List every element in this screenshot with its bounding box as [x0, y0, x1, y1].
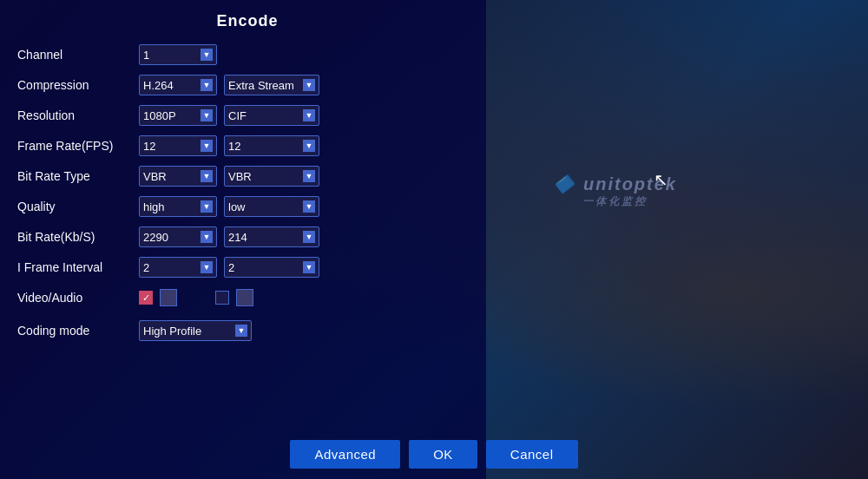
resolution-row: Resolution 1080P ▼ CIF ▼	[17, 103, 477, 128]
bitrate-main-select[interactable]: 2290 ▼	[139, 226, 217, 247]
codingmode-row: Coding mode High Profile ▼	[17, 318, 477, 343]
quality-label: Quality	[17, 200, 139, 213]
encode-dialog: Encode Channel 1 ▼ Compression H.264 ▼ E…	[0, 0, 495, 479]
bitratetype-main-select[interactable]: VBR ▼	[139, 166, 217, 187]
iframe-main-select[interactable]: 2 ▼	[139, 257, 217, 278]
framerate-extra-value: 12	[228, 140, 240, 153]
bitrate-main-arrow-icon: ▼	[201, 231, 213, 243]
resolution-main-arrow-icon: ▼	[201, 109, 213, 121]
framerate-extra-arrow-icon: ▼	[303, 140, 315, 152]
channel-controls: 1 ▼	[139, 44, 217, 65]
quality-main-arrow-icon: ▼	[201, 200, 213, 213]
bitrate-label: Bit Rate(Kb/S)	[17, 230, 139, 244]
ok-button[interactable]: OK	[409, 440, 477, 469]
compression-row: Compression H.264 ▼ Extra Stream ▼	[17, 73, 477, 97]
resolution-extra-select[interactable]: CIF ▼	[224, 105, 319, 126]
dialog-title: Encode	[17, 9, 477, 30]
resolution-main-value: 1080P	[143, 109, 176, 122]
bitrate-extra-value: 214	[228, 231, 247, 244]
extra-video-checkbox[interactable]	[215, 291, 229, 305]
resolution-main-select[interactable]: 1080P ▼	[139, 105, 217, 126]
resolution-extra-value: CIF	[228, 109, 247, 122]
resolution-controls: 1080P ▼ CIF ▼	[139, 105, 319, 126]
compression-extra-value: Extra Stream	[228, 79, 294, 92]
framerate-main-arrow-icon: ▼	[201, 140, 213, 152]
framerate-extra-select[interactable]: 12 ▼	[224, 135, 319, 156]
quality-row: Quality high ▼ low ▼	[17, 194, 477, 219]
codingmode-select[interactable]: High Profile ▼	[139, 320, 252, 341]
cancel-button[interactable]: Cancel	[486, 440, 578, 469]
iframe-main-arrow-icon: ▼	[201, 261, 213, 273]
extra-checkboxes	[215, 289, 253, 306]
quality-main-value: high	[143, 200, 165, 213]
framerate-controls: 12 ▼ 12 ▼	[139, 135, 319, 156]
channel-select[interactable]: 1 ▼	[139, 44, 217, 65]
iframe-extra-value: 2	[228, 261, 234, 274]
compression-label: Compression	[17, 78, 139, 92]
channel-value: 1	[143, 49, 149, 62]
iframe-controls: 2 ▼ 2 ▼	[139, 257, 319, 278]
channel-row: Channel 1 ▼	[17, 43, 477, 67]
bottom-bar: Advanced OK Cancel	[0, 440, 868, 469]
bitratetype-controls: VBR ▼ VBR ▼	[139, 166, 319, 187]
bitratetype-row: Bit Rate Type VBR ▼ VBR ▼	[17, 164, 477, 188]
compression-main-value: H.264	[143, 79, 174, 92]
quality-extra-select[interactable]: low ▼	[224, 196, 319, 217]
resolution-label: Resolution	[17, 108, 139, 122]
resolution-extra-arrow-icon: ▼	[303, 109, 315, 121]
bitrate-extra-select[interactable]: 214 ▼	[224, 226, 319, 247]
compression-main-arrow-icon: ▼	[201, 79, 213, 91]
videoaudio-controls	[139, 289, 253, 306]
codingmode-label: Coding mode	[17, 324, 139, 338]
bitratetype-extra-value: VBR	[228, 170, 252, 183]
bitrate-main-value: 2290	[143, 231, 168, 244]
videoaudio-row: Video/Audio	[17, 285, 477, 310]
framerate-label: Frame Rate(FPS)	[17, 139, 139, 153]
advanced-button[interactable]: Advanced	[290, 440, 400, 469]
codingmode-arrow-icon: ▼	[235, 325, 247, 337]
bitratetype-main-arrow-icon: ▼	[201, 170, 213, 182]
bitrate-row: Bit Rate(Kb/S) 2290 ▼ 214 ▼	[17, 225, 477, 249]
codingmode-value: High Profile	[143, 325, 201, 338]
iframe-extra-arrow-icon: ▼	[303, 261, 315, 273]
channel-arrow-icon: ▼	[201, 49, 213, 61]
framerate-row: Frame Rate(FPS) 12 ▼ 12 ▼	[17, 134, 477, 158]
quality-extra-arrow-icon: ▼	[303, 200, 315, 213]
main-video-checkbox[interactable]	[139, 291, 153, 305]
iframe-extra-select[interactable]: 2 ▼	[224, 257, 319, 278]
bitratetype-extra-arrow-icon: ▼	[303, 170, 315, 182]
iframe-label: I Frame Interval	[17, 260, 139, 274]
quality-main-select[interactable]: high ▼	[139, 196, 217, 217]
framerate-main-value: 12	[143, 140, 155, 153]
bitrate-extra-arrow-icon: ▼	[303, 231, 315, 243]
bitratetype-label: Bit Rate Type	[17, 169, 139, 183]
compression-main-select[interactable]: H.264 ▼	[139, 75, 217, 95]
codingmode-controls: High Profile ▼	[139, 320, 252, 341]
compression-extra-arrow-icon: ▼	[303, 79, 315, 91]
framerate-main-select[interactable]: 12 ▼	[139, 135, 217, 156]
iframe-row: I Frame Interval 2 ▼ 2 ▼	[17, 255, 477, 279]
bitrate-controls: 2290 ▼ 214 ▼	[139, 226, 319, 247]
bitratetype-main-value: VBR	[143, 170, 167, 183]
iframe-main-value: 2	[143, 261, 149, 274]
compression-extra-select[interactable]: Extra Stream ▼	[224, 75, 319, 95]
compression-controls: H.264 ▼ Extra Stream ▼	[139, 75, 319, 95]
channel-label: Channel	[17, 48, 139, 62]
main-audio-checkbox[interactable]	[160, 289, 177, 306]
quality-extra-value: low	[228, 200, 246, 213]
main-checkboxes	[139, 289, 177, 306]
bitratetype-extra-select[interactable]: VBR ▼	[224, 166, 319, 187]
quality-controls: high ▼ low ▼	[139, 196, 319, 217]
extra-audio-checkbox[interactable]	[236, 289, 253, 306]
videoaudio-label: Video/Audio	[17, 291, 139, 305]
